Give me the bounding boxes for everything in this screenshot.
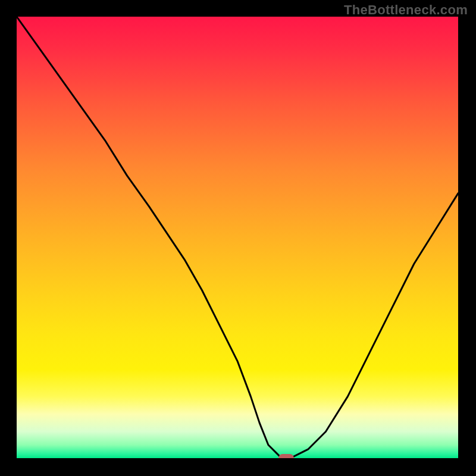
curve-layer (17, 17, 458, 458)
plot-area (17, 17, 458, 458)
watermark-text: TheBottleneck.com (344, 2, 468, 18)
bottleneck-curve (17, 17, 458, 458)
minimum-marker (278, 454, 294, 458)
chart-frame: TheBottleneck.com (0, 0, 476, 476)
